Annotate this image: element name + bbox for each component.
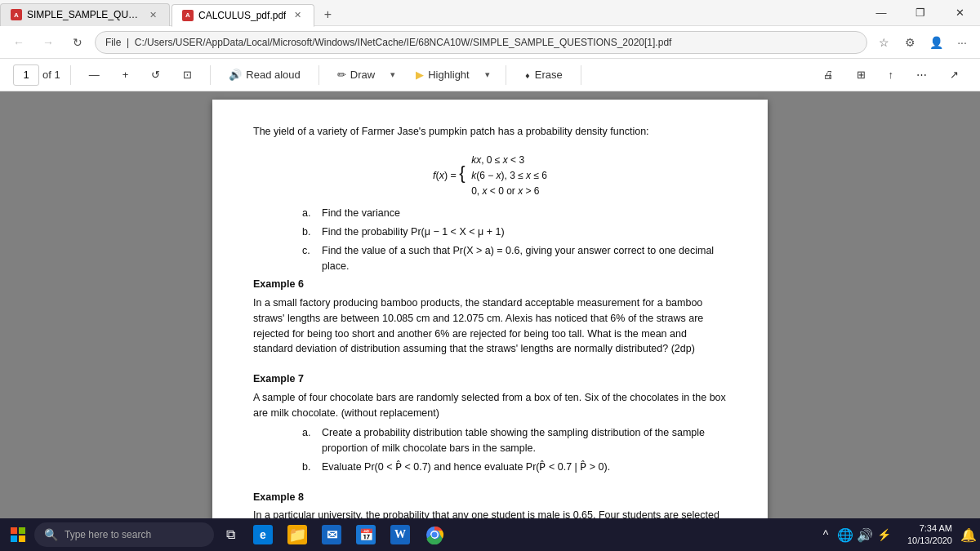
erase-label: Erase	[535, 69, 563, 81]
sep4	[506, 65, 506, 85]
word-icon: W	[390, 525, 410, 544]
sep2	[210, 65, 211, 85]
rotate-button[interactable]: ↺	[143, 64, 168, 87]
profile-button[interactable]: 👤	[924, 31, 947, 54]
favorite-button[interactable]: ☆	[872, 31, 895, 54]
forward-button[interactable]: →	[36, 30, 60, 55]
task-view-button[interactable]: ⧉	[216, 520, 245, 549]
example-7: Example 7 A sample of four chocolate bar…	[253, 371, 727, 475]
tab-label-1: SIMPLE_SAMPLE_QUESTIONS_20	[27, 9, 141, 20]
read-aloud-label: Read aloud	[246, 69, 301, 81]
sep5	[581, 65, 581, 85]
highlight-label: Highlight	[428, 69, 470, 81]
list-item-a: a. Find the variance	[286, 206, 727, 221]
example-8-text: In a particular university, the probabil…	[253, 508, 727, 518]
taskbar: 🔍 Type here to search ⧉ e 📁 ✉ 📅 W ^ 🌐 🔊 …	[0, 518, 980, 551]
highlight-button[interactable]: ▶ Highlight	[408, 64, 478, 87]
example-7-title: Example 7	[253, 371, 727, 387]
fit-button[interactable]: ⊡	[175, 64, 200, 87]
system-clock[interactable]: 7:34 AM 10/13/2020	[901, 522, 959, 548]
title-bar: A SIMPLE_SAMPLE_QUESTIONS_20 ✕ A CALCULU…	[0, 0, 980, 26]
maximize-button[interactable]: ❐	[902, 0, 939, 26]
print-icon: 🖨	[823, 69, 834, 81]
tab-close-2[interactable]: ✕	[291, 9, 304, 22]
share-button[interactable]: ↑	[880, 64, 902, 87]
example-8-title: Example 8	[253, 490, 727, 505]
fullscreen-button[interactable]: ↗	[942, 64, 967, 87]
minimize-button[interactable]: —	[862, 0, 900, 26]
read-aloud-icon: 🔊	[229, 69, 242, 81]
example-6: Example 6 In a small factory producing b…	[253, 277, 727, 357]
taskbar-app-blue[interactable]: 📅	[350, 520, 382, 549]
tabs-area: A SIMPLE_SAMPLE_QUESTIONS_20 ✕ A CALCULU…	[0, 0, 862, 26]
battery-icon[interactable]: ⚡	[876, 527, 893, 543]
fit-icon: ⊡	[183, 69, 192, 81]
highlight-icon: ▶	[416, 69, 424, 81]
preamble-items: a. Find the variance b. Find the probabi…	[253, 206, 727, 273]
page-number-input[interactable]	[13, 64, 39, 86]
fullscreen-icon: ↗	[950, 69, 959, 81]
more-button[interactable]: ···	[951, 31, 973, 54]
address-bar: ← → ↻ ☆ ⚙ 👤 ···	[0, 26, 980, 59]
highlight-chevron[interactable]: ▾	[479, 64, 496, 87]
fit-page-button[interactable]: ⊞	[849, 64, 874, 87]
draw-button[interactable]: ✏ Draw	[329, 64, 383, 87]
draw-label: Draw	[350, 69, 375, 81]
add-tab-button[interactable]: +	[316, 3, 339, 26]
zoom-in-icon: +	[122, 69, 129, 81]
chevron-icon[interactable]: ^	[817, 527, 834, 543]
edge-icon: e	[253, 525, 273, 544]
mail-icon: ✉	[322, 525, 341, 544]
task-view-icon: ⧉	[226, 527, 235, 542]
list-item-c: c. Find the value of a such that Pr(X > …	[286, 243, 727, 274]
address-input[interactable]	[95, 31, 867, 54]
tab-pdf1[interactable]: A SIMPLE_SAMPLE_QUESTIONS_20 ✕	[0, 3, 170, 26]
network-icon[interactable]: 🌐	[837, 527, 853, 543]
zoom-out-icon: —	[89, 69, 100, 81]
search-icon: 🔍	[44, 528, 58, 541]
taskbar-file-explorer[interactable]: 📁	[281, 520, 314, 549]
print-button[interactable]: 🖨	[815, 64, 842, 87]
svg-point-2	[432, 532, 438, 538]
back-button[interactable]: ←	[7, 30, 31, 55]
share-icon: ↑	[889, 69, 894, 81]
window-controls: — ❐ ✕	[862, 0, 980, 26]
zoom-out-button[interactable]: —	[81, 64, 108, 87]
taskbar-word[interactable]: W	[384, 520, 416, 549]
tab-close-1[interactable]: ✕	[146, 8, 159, 21]
volume-icon[interactable]: 🔊	[857, 527, 873, 543]
more-tools-button[interactable]: ⋯	[908, 64, 935, 87]
clock-time: 7:34 AM	[907, 522, 952, 535]
tab-pdf2[interactable]: A CALCULUS_pdf.pdf ✕	[172, 4, 314, 27]
draw-group: ✏ Draw ▾	[329, 64, 401, 87]
pdf-toolbar: of 1 — + ↺ ⊡ 🔊 Read aloud ✏ Draw ▾ ▶ Hig…	[0, 59, 980, 91]
taskbar-mail[interactable]: ✉	[315, 520, 348, 549]
more-tools-icon: ⋯	[916, 69, 927, 81]
systray: ^ 🌐 🔊 ⚡	[811, 527, 899, 543]
erase-button[interactable]: ⬧ Erase	[516, 64, 571, 87]
taskbar-edge[interactable]: e	[247, 520, 279, 549]
draw-chevron[interactable]: ▾	[385, 64, 401, 87]
page-input-group: of 1	[13, 64, 60, 86]
taskbar-chrome[interactable]	[418, 520, 451, 549]
windows-icon	[11, 527, 25, 542]
example-6-text: In a small factory producing bamboo prod…	[253, 295, 727, 357]
search-bar[interactable]: 🔍 Type here to search	[34, 522, 214, 547]
settings-button[interactable]: ⚙	[898, 31, 921, 54]
zoom-in-button[interactable]: +	[114, 64, 137, 87]
close-button[interactable]: ✕	[941, 0, 978, 26]
read-aloud-button[interactable]: 🔊 Read aloud	[220, 64, 309, 87]
page-total-label: of 1	[42, 69, 60, 81]
start-button[interactable]	[3, 520, 33, 549]
example-8: Example 8 In a particular university, th…	[253, 490, 727, 518]
chrome-icon	[425, 525, 444, 544]
pdf-content-area: The yield of a variety of Farmer Jase's …	[0, 91, 980, 518]
refresh-button[interactable]: ↻	[65, 30, 90, 55]
example-7-item-a: a. Create a probability distribution tab…	[286, 425, 727, 456]
notification-button[interactable]: 🔔	[960, 527, 977, 543]
tab-favicon-1: A	[11, 9, 22, 20]
calendar-icon: 📅	[356, 525, 376, 544]
list-item-b: b. Find the probability Pr(μ − 1 < X < μ…	[286, 224, 727, 240]
fit-page-icon: ⊞	[857, 69, 866, 81]
file-explorer-icon: 📁	[287, 525, 307, 544]
